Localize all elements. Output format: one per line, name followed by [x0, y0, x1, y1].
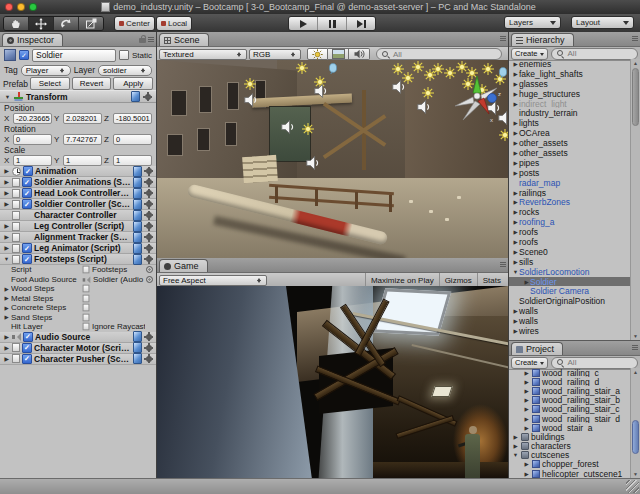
gameobject-name-field[interactable]: Soldier: [32, 49, 116, 62]
component-checkbox[interactable]: ✓: [22, 243, 32, 253]
gizmos-button[interactable]: Gizmos: [439, 273, 477, 287]
foldout-icon[interactable]: ▶: [512, 229, 519, 235]
component-header[interactable]: ▶ ✓ Soldier Controller (Script): [0, 199, 156, 210]
project-item[interactable]: ▶ helicopter_cutscene1: [509, 469, 630, 478]
sun-gizmo-icon[interactable]: [296, 62, 308, 74]
menu-icon[interactable]: [632, 36, 638, 41]
foldout-icon[interactable]: ▶: [3, 201, 10, 207]
sun-gizmo-icon[interactable]: [402, 72, 414, 84]
property-row[interactable]: Foot Audio Source Soldier (Audio: [0, 275, 156, 285]
foldout-icon[interactable]: ▶: [523, 425, 530, 431]
foldout-icon[interactable]: ▶: [523, 388, 530, 394]
foldout-icon[interactable]: ▶: [3, 356, 10, 362]
layout-dropdown[interactable]: Layout: [571, 16, 634, 29]
foldout-icon[interactable]: ▶: [512, 150, 519, 156]
hierarchy-item[interactable]: ▶ Soldier: [509, 277, 630, 287]
hierarchy-item[interactable]: ▶ sills: [509, 257, 630, 267]
hierarchy-panel-menu[interactable]: [632, 36, 638, 41]
foldout-icon[interactable]: ▶: [3, 334, 10, 340]
speaker-gizmo-icon[interactable]: [418, 101, 429, 114]
foldout-icon[interactable]: ▶: [512, 249, 519, 255]
menu-icon[interactable]: [632, 345, 638, 350]
scale-tool-button[interactable]: [79, 17, 103, 30]
help-book-icon[interactable]: [133, 188, 142, 199]
foldout-icon[interactable]: ▶: [523, 379, 530, 385]
foldout-icon[interactable]: ▶: [512, 443, 519, 449]
project-panel-menu[interactable]: [632, 345, 638, 350]
foldout-icon[interactable]: ▶: [3, 190, 10, 196]
scroll-up-icon[interactable]: ▲: [631, 369, 640, 375]
scene-panel-menu[interactable]: [500, 36, 506, 41]
foldout-icon[interactable]: ▶: [523, 279, 530, 285]
play-button[interactable]: [289, 17, 318, 30]
gear-icon[interactable]: [144, 244, 153, 253]
rotate-tool-button[interactable]: [54, 17, 79, 30]
hierarchy-item[interactable]: ▶ roofing_a: [509, 217, 630, 227]
project-scrollbar[interactable]: ▲ ▼: [630, 368, 640, 478]
maximize-on-play-button[interactable]: Maximize on Play: [365, 273, 439, 287]
layers-dropdown[interactable]: Layers: [504, 16, 561, 29]
foldout-icon[interactable]: ▶: [512, 328, 519, 334]
foldout-icon[interactable]: ▶: [512, 91, 519, 97]
sun-gizmo-icon[interactable]: [482, 63, 494, 75]
hierarchy-item[interactable]: ▶ indirect_light: [509, 99, 630, 109]
position-x-field[interactable]: -20.23665: [13, 113, 52, 124]
help-book-icon[interactable]: [133, 221, 142, 232]
foldout-icon[interactable]: ▶: [512, 130, 519, 136]
scene-search-input[interactable]: All: [376, 48, 502, 60]
foldout-icon[interactable]: ▶: [3, 295, 10, 301]
component-header[interactable]: ▶ ✓ Leg Animator (Script): [0, 243, 156, 254]
foldout-icon[interactable]: ▶: [3, 168, 10, 174]
hierarchy-item[interactable]: industry_terrain: [509, 108, 630, 118]
hierarchy-item[interactable]: ▶ rocks: [509, 207, 630, 217]
foldout-icon[interactable]: ▶: [512, 219, 519, 225]
foldout-icon[interactable]: ▶: [512, 434, 519, 440]
gear-icon[interactable]: [144, 354, 153, 363]
foldout-icon[interactable]: ▶: [523, 471, 530, 477]
project-item[interactable]: ▶ chopper_forest: [509, 460, 630, 469]
rotation-z-field[interactable]: 0: [113, 134, 152, 145]
scene-skybox-toggle[interactable]: [328, 48, 349, 60]
local-space-button[interactable]: Local: [156, 16, 192, 31]
component-checkbox[interactable]: ✓: [22, 254, 32, 264]
foldout-icon[interactable]: ▶: [512, 160, 519, 166]
create-button[interactable]: Create: [511, 357, 548, 369]
center-pivot-button[interactable]: Center: [114, 16, 155, 31]
hierarchy-item[interactable]: radar_map: [509, 178, 630, 188]
lock-icon[interactable]: [139, 38, 146, 43]
sun-gizmo-icon[interactable]: [466, 67, 478, 79]
hierarchy-item[interactable]: ▶ lights: [509, 118, 630, 128]
hierarchy-item[interactable]: ▶ roofs: [509, 227, 630, 237]
component-checkbox[interactable]: ✓: [23, 166, 33, 176]
foldout-icon[interactable]: ▶: [3, 234, 10, 240]
object-picker-icon[interactable]: [146, 266, 153, 273]
static-checkbox[interactable]: [119, 50, 129, 60]
gear-icon[interactable]: [143, 92, 152, 101]
foldout-icon[interactable]: ▶: [512, 259, 519, 265]
inspector-panel-menu[interactable]: [139, 36, 154, 43]
menu-icon[interactable]: [500, 262, 506, 267]
sun-gizmo-icon[interactable]: [422, 87, 434, 99]
menu-icon[interactable]: [148, 37, 154, 42]
component-header[interactable]: ▶ ✓ Audio Source: [0, 332, 156, 343]
sun-gizmo-icon[interactable]: [392, 63, 404, 75]
help-book-icon[interactable]: [133, 232, 142, 243]
stats-button[interactable]: Stats: [477, 273, 506, 287]
project-search-input[interactable]: All: [551, 357, 638, 369]
property-row[interactable]: Hit Layer Ignore Raycast, terr: [0, 322, 156, 332]
scale-z-field[interactable]: 1: [113, 155, 152, 166]
project-item[interactable]: ▶ characters: [509, 442, 630, 451]
project-item[interactable]: ▶ wood_railing_stair_d: [509, 414, 630, 423]
game-panel-menu[interactable]: [500, 262, 506, 267]
scrollbar-thumb[interactable]: [632, 68, 639, 126]
resize-grip[interactable]: [626, 480, 639, 493]
component-header[interactable]: ▶ ✓ Animation: [0, 166, 156, 177]
component-header[interactable]: ▼ ✓ Footsteps (Script): [0, 254, 156, 265]
gear-icon[interactable]: [144, 167, 153, 176]
position-y-field[interactable]: 2.028201: [63, 113, 102, 124]
foldout-icon[interactable]: ▶: [512, 199, 519, 205]
scene-lighting-toggle[interactable]: [307, 48, 328, 60]
tab-project[interactable]: Project: [511, 342, 563, 355]
project-item[interactable]: ▼ cutscenes: [509, 451, 630, 460]
hierarchy-item[interactable]: ▶ railings: [509, 188, 630, 198]
